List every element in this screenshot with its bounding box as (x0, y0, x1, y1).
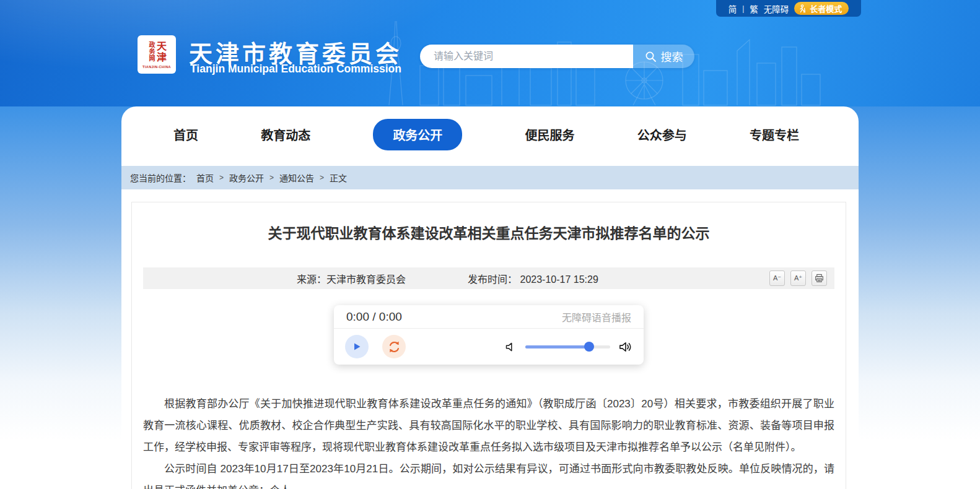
nav-item-public-services[interactable]: 便民服务 (525, 119, 575, 150)
volume-slider-thumb[interactable] (584, 342, 594, 352)
page: 简 | 繁 无障碍 长者模式 政务网 天津 TIANJIN-CHINA 天津市教… (0, 0, 980, 489)
lang-traditional-link[interactable]: 繁 (750, 2, 758, 15)
article-paragraph: 公示时间自 2023年10月17日至2023年10月21日。公示期间，如对公示结… (143, 458, 834, 489)
breadcrumb-government-affairs[interactable]: 政务公开 (229, 171, 264, 184)
article-title: 关于现代职业教育体系建设改革相关重点任务天津市拟推荐名单的公示 (132, 222, 846, 243)
volume-slider-fill (525, 345, 589, 348)
print-icon (815, 274, 824, 283)
replay-icon (388, 340, 401, 353)
play-icon (352, 342, 362, 352)
search-input[interactable] (420, 45, 633, 68)
play-button[interactable] (345, 335, 369, 358)
breadcrumb-notices[interactable]: 通知公告 (279, 171, 314, 184)
breadcrumb-separator: > (219, 173, 224, 182)
seal-right-text: 天津 (155, 41, 165, 63)
article-tools: A⁻ A⁺ (769, 270, 827, 286)
topbar: 简 | 繁 无障碍 长者模式 (716, 0, 861, 17)
article-paragraph: 根据教育部办公厅《关于加快推进现代职业教育体系建设改革重点任务的通知》（教职成厅… (143, 393, 834, 458)
volume-low-icon[interactable] (504, 340, 517, 353)
volume-slider[interactable] (525, 345, 610, 348)
lang-simplified-link[interactable]: 简 (728, 2, 737, 15)
breadcrumb-separator: > (269, 173, 274, 182)
seal-emblem: 政务网 天津 (148, 41, 165, 63)
seal-caption: TIANJIN-CHINA (142, 65, 171, 69)
nav-item-government-affairs[interactable]: 政务公开 (373, 119, 462, 150)
breadcrumb-separator: > (320, 173, 324, 182)
elder-person-icon (798, 4, 807, 13)
article-card: 关于现代职业教育体系建设改革相关重点任务天津市拟推荐名单的公示 来源：天津市教育… (131, 202, 846, 489)
volume-zone (504, 340, 632, 354)
breadcrumb-current: 正文 (330, 171, 347, 184)
search-bar: 搜索 (420, 45, 694, 68)
main-navigation: 首页 教育动态 政务公开 便民服务 公众参与 专题专栏 (121, 106, 859, 162)
breadcrumb: 您当前的位置： 首页 > 政务公开 > 通知公告 > 正文 (121, 166, 859, 189)
accessibility-link[interactable]: 无障碍 (764, 2, 789, 15)
nav-item-special-topics[interactable]: 专题专栏 (750, 119, 799, 150)
nav-item-education-news[interactable]: 教育动态 (261, 119, 310, 150)
seal-left-text: 政务网 (148, 41, 154, 62)
replay-button[interactable] (382, 335, 406, 358)
site-logo[interactable]: 政务网 天津 TIANJIN-CHINA (138, 35, 176, 74)
audio-time: 0:00 / 0:00 (346, 310, 402, 324)
article-publish-time: 发布时间： 2023-10-17 15:29 (468, 271, 598, 286)
search-icon (645, 51, 657, 63)
article-source: 来源：天津市教育委员会 (297, 271, 406, 286)
audio-player-label: 无障碍语音播报 (562, 309, 631, 324)
elder-mode-label: 长者模式 (810, 2, 842, 14)
search-button-label: 搜索 (661, 48, 683, 64)
audio-player-controls (334, 329, 644, 365)
volume-high-icon[interactable] (618, 340, 632, 354)
breadcrumb-label: 您当前的位置： (130, 171, 191, 184)
breadcrumb-home[interactable]: 首页 (196, 171, 214, 184)
search-button[interactable]: 搜索 (633, 45, 694, 68)
topbar-divider: | (742, 4, 744, 13)
font-decrease-button[interactable]: A⁻ (769, 270, 785, 286)
print-button[interactable] (812, 270, 827, 286)
audio-player: 0:00 / 0:00 无障碍语音播报 (334, 305, 644, 365)
content-column: 首页 教育动态 政务公开 便民服务 公众参与 专题专栏 您当前的位置： 首页 >… (121, 106, 859, 489)
site-title-english: Tianjin Municipal Education Commission (190, 63, 401, 76)
article-body: 根据教育部办公厅《关于加快推进现代职业教育体系建设改革重点任务的通知》（教职成厅… (143, 393, 834, 489)
article-meta-bar: 来源：天津市教育委员会 发布时间： 2023-10-17 15:29 A⁻ A⁺ (143, 267, 834, 289)
nav-item-public-participation[interactable]: 公众参与 (637, 119, 687, 150)
audio-player-header: 0:00 / 0:00 无障碍语音播报 (334, 305, 644, 329)
font-increase-button[interactable]: A⁺ (790, 270, 806, 286)
nav-item-home[interactable]: 首页 (173, 119, 198, 150)
elder-mode-button[interactable]: 长者模式 (794, 2, 849, 15)
